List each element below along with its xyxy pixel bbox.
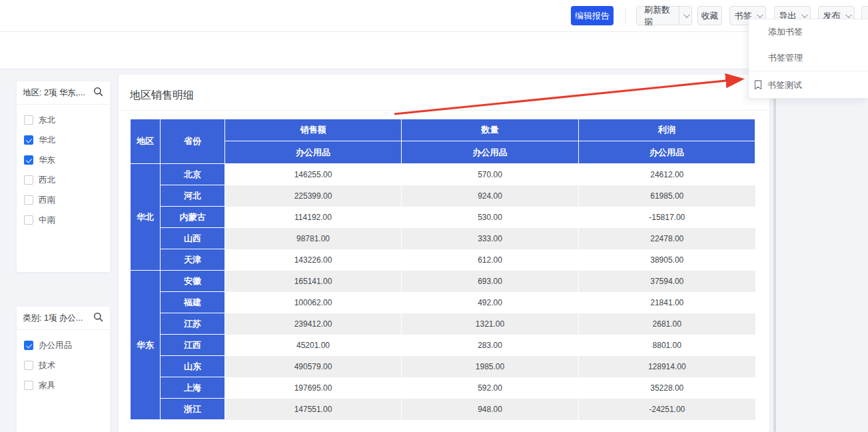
sub-header-band — [0, 32, 868, 69]
sales-cell: 490579.00 — [225, 356, 402, 377]
profit-cell: 8801.00 — [579, 335, 755, 356]
province-cell: 天津 — [161, 249, 225, 271]
province-cell: 河北 — [161, 185, 225, 207]
qty-cell: 612.00 — [402, 249, 579, 271]
checkbox[interactable] — [24, 215, 33, 225]
search-icon[interactable] — [93, 312, 103, 325]
region-filter-title: 地区: 2项 华东,... — [23, 87, 91, 99]
filter-option[interactable]: 中南 — [17, 210, 110, 230]
option-label: 技术 — [39, 360, 55, 371]
profit-cell: 37594.00 — [579, 271, 755, 292]
category-filter-title: 类别: 1项 办公... — [23, 313, 91, 324]
table-row: 江西 45201.00 283.00 8801.00 — [131, 335, 755, 356]
filter-option[interactable]: 东北 — [17, 110, 110, 130]
province-cell: 山西 — [161, 228, 225, 249]
sales-cell: 146255.00 — [225, 164, 402, 185]
sales-cell: 165141.00 — [225, 271, 402, 292]
province-cell: 上海 — [161, 377, 225, 399]
qty-cell: 283.00 — [402, 335, 579, 356]
chevron-down-icon — [756, 11, 763, 18]
filter-option[interactable]: 办公用品 — [17, 335, 110, 355]
table-row: 山东 490579.00 1985.00 128914.00 — [131, 356, 755, 377]
refresh-data-button[interactable]: 刷新数据 — [636, 6, 692, 25]
refresh-dropdown-toggle[interactable] — [679, 13, 691, 18]
checkbox[interactable] — [24, 135, 33, 145]
region-cell: 华北 — [131, 164, 161, 271]
col-header-province: 省份 — [161, 119, 225, 164]
profit-cell: 38905.00 — [579, 249, 755, 271]
region-filter-panel: 地区: 2项 华东,... 东北 华北 华东 — [17, 81, 110, 272]
region-cell: 华东 — [131, 271, 161, 420]
qty-cell: 592.00 — [402, 377, 579, 399]
profit-cell: 35228.00 — [579, 377, 755, 399]
sales-cell: 45201.00 — [225, 335, 402, 356]
filter-option[interactable]: 华东 — [17, 150, 110, 170]
option-label: 东北 — [39, 115, 55, 126]
checkbox[interactable] — [24, 381, 33, 390]
favorite-button[interactable]: 收藏 — [697, 6, 722, 25]
sales-cell: 100062.00 — [225, 292, 402, 313]
table-row: 内蒙古 114192.00 530.00 -15817.00 — [131, 207, 755, 228]
col-header-sales: 销售额 — [225, 119, 402, 141]
qty-cell: 570.00 — [402, 164, 579, 185]
qty-cell: 333.00 — [402, 228, 579, 249]
checkbox[interactable] — [24, 155, 33, 165]
province-cell: 福建 — [161, 292, 225, 313]
sales-cell: 147551.00 — [225, 399, 402, 420]
menu-item-add-bookmark[interactable]: 添加书签 — [749, 19, 868, 45]
filter-option[interactable]: 技术 — [17, 355, 110, 375]
table-row: 天津 143226.00 612.00 38905.00 — [131, 249, 755, 271]
table-row: 华北 北京 146255.00 570.00 24612.00 — [131, 164, 755, 185]
title-divider — [119, 110, 769, 111]
col-header-qty: 数量 — [402, 119, 579, 141]
checkbox[interactable] — [24, 115, 33, 125]
sales-cell: 197695.00 — [225, 377, 402, 399]
menu-item-bookmark-manage[interactable]: 书签管理 — [749, 45, 868, 71]
filter-option[interactable]: 西南 — [17, 190, 110, 210]
app-window: 编辑报告 刷新数据 收藏 书签 导出 发布 地区: 2项 华东,... — [0, 0, 868, 432]
category-option-list: 办公用品 技术 家具 — [17, 330, 110, 395]
top-toolbar: 编辑报告 刷新数据 收藏 书签 导出 发布 — [0, 0, 868, 32]
sales-cell: 143226.00 — [225, 249, 402, 271]
bookmark-dropdown-menu: 添加书签 书签管理 书签测试 — [748, 19, 868, 99]
sales-cell: 225399.00 — [225, 185, 402, 207]
profit-cell: 128914.00 — [579, 356, 755, 377]
province-cell: 江苏 — [161, 313, 225, 335]
province-cell: 山东 — [161, 356, 225, 377]
qty-cell: 948.00 — [402, 399, 579, 420]
qty-cell: 693.00 — [402, 271, 579, 292]
checkbox[interactable] — [24, 175, 33, 185]
vertical-scrollbar[interactable] — [773, 75, 776, 432]
table-row: 福建 100062.00 492.00 21841.00 — [131, 292, 755, 313]
chevron-down-icon — [801, 11, 807, 18]
filter-option[interactable]: 家具 — [17, 375, 110, 395]
bookmark-icon — [754, 80, 762, 90]
province-cell: 安徽 — [161, 271, 225, 292]
sub-header-category: 办公用品 — [579, 141, 755, 164]
province-cell: 内蒙古 — [161, 207, 225, 228]
table-row: 华东 安徽 165141.00 693.00 37594.00 — [131, 271, 755, 292]
search-icon[interactable] — [93, 87, 103, 99]
menu-item-bookmark-test[interactable]: 书签测试 — [749, 71, 868, 99]
profit-cell: 22478.00 — [579, 228, 755, 249]
region-filter-header: 地区: 2项 华东,... — [17, 81, 110, 105]
sales-cell: 98781.00 — [225, 228, 402, 249]
profit-cell: 2681.00 — [579, 313, 755, 335]
table-row: 山西 98781.00 333.00 22478.00 — [131, 228, 755, 249]
checkbox[interactable] — [24, 361, 33, 370]
province-cell: 北京 — [161, 164, 225, 185]
filter-option[interactable]: 华北 — [17, 130, 110, 150]
filter-option[interactable]: 西北 — [17, 170, 110, 190]
table-row: 河北 225399.00 924.00 61985.00 — [131, 185, 755, 207]
qty-cell: 530.00 — [402, 207, 579, 228]
profit-cell: 21841.00 — [579, 292, 755, 313]
checkbox[interactable] — [24, 195, 33, 205]
profit-cell: -24251.00 — [579, 399, 755, 420]
chevron-down-icon — [683, 11, 690, 18]
sales-detail-table: 地区 省份 销售额 数量 利润 办公用品 办公用品 办公用品 华北 北京 146… — [130, 119, 755, 420]
category-filter-header: 类别: 1项 办公... — [17, 307, 110, 330]
checkbox[interactable] — [24, 341, 33, 350]
option-label: 西南 — [39, 195, 55, 206]
edit-report-button[interactable]: 编辑报告 — [571, 6, 614, 25]
refresh-data-label: 刷新数据 — [644, 4, 672, 28]
